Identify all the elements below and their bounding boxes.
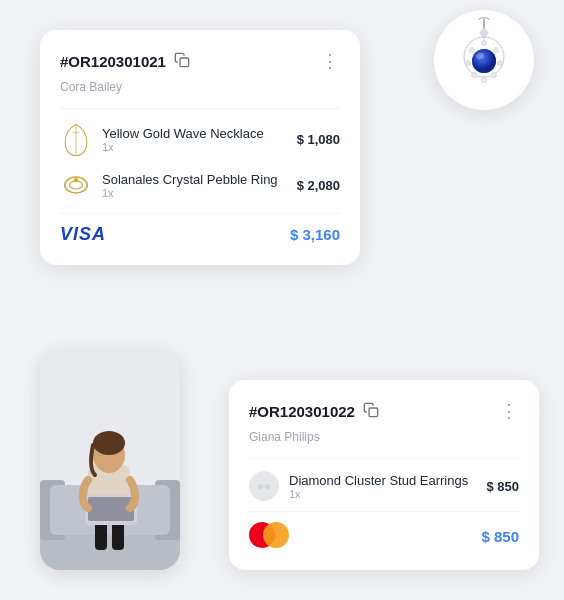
- item-qty-2: 1x: [102, 187, 287, 199]
- divider-2: [249, 458, 519, 459]
- item-name-1: Yellow Gold Wave Necklace: [102, 126, 287, 141]
- item-info-2: Solanales Crystal Pebble Ring 1x: [102, 172, 287, 199]
- visa-logo: VISA: [60, 224, 106, 245]
- card2-footer: $ 850: [249, 511, 519, 550]
- item-price-1: $ 1,080: [297, 132, 340, 147]
- scene: #OR120301021 ⋮ Cora Bailey: [0, 0, 564, 600]
- copy-icon[interactable]: [174, 52, 190, 71]
- svg-point-16: [472, 49, 496, 73]
- item-name-earring: Diamond Cluster Stud Earrings: [289, 473, 476, 488]
- customer-name-2: Giana Philips: [249, 430, 519, 444]
- svg-rect-0: [180, 58, 189, 67]
- svg-point-13: [466, 61, 471, 66]
- order-card-2: #OR120301022 ⋮ Giana Philips: [229, 380, 539, 570]
- item-img-ring: [60, 167, 92, 203]
- card1-footer: VISA $ 3,160: [60, 213, 340, 245]
- item-img-necklace: [60, 121, 92, 157]
- more-options-icon-2[interactable]: ⋮: [500, 400, 519, 422]
- pendant-image: [434, 10, 534, 110]
- order-id-row-2: #OR120301022: [249, 402, 379, 421]
- item-img-earring: [249, 471, 279, 501]
- card2-total: $ 850: [481, 528, 519, 545]
- order-card-1: #OR120301021 ⋮ Cora Bailey: [40, 30, 360, 265]
- mc-circles: [249, 522, 295, 550]
- order-item-1: Yellow Gold Wave Necklace 1x $ 1,080: [60, 121, 340, 157]
- order-id-2: #OR120301022: [249, 403, 355, 420]
- order-item-2: Solanales Crystal Pebble Ring 1x $ 2,080: [60, 167, 340, 203]
- item-price-earring: $ 850: [486, 479, 519, 494]
- dot-2: [265, 484, 270, 489]
- mastercard-logo: [249, 522, 295, 550]
- more-options-icon[interactable]: ⋮: [321, 50, 340, 72]
- mc-orange-circle: [263, 522, 289, 548]
- item-name-2: Solanales Crystal Pebble Ring: [102, 172, 287, 187]
- item-price-2: $ 2,080: [297, 178, 340, 193]
- card2-header: #OR120301022 ⋮: [249, 400, 519, 422]
- svg-point-11: [482, 78, 487, 83]
- person-scene-bg: [40, 350, 180, 570]
- divider-1: [60, 108, 340, 109]
- order-id-row: #OR120301021: [60, 52, 190, 71]
- item-qty-1: 1x: [102, 141, 287, 153]
- customer-name-1: Cora Bailey: [60, 80, 340, 94]
- dot-indicator: [258, 484, 270, 489]
- order-id-1: #OR120301021: [60, 53, 166, 70]
- svg-point-4: [74, 179, 77, 182]
- item-info-1: Yellow Gold Wave Necklace 1x: [102, 126, 287, 153]
- svg-rect-30: [369, 408, 378, 417]
- item-info-earring: Diamond Cluster Stud Earrings 1x: [289, 473, 476, 500]
- copy-icon-2[interactable]: [363, 402, 379, 421]
- svg-point-14: [470, 48, 475, 53]
- svg-point-9: [498, 61, 503, 66]
- item-qty-earring: 1x: [289, 488, 476, 500]
- svg-point-10: [492, 73, 497, 78]
- person-photo: [40, 350, 180, 570]
- order-item-earring: Diamond Cluster Stud Earrings 1x $ 850: [249, 471, 519, 501]
- svg-point-8: [494, 48, 499, 53]
- svg-point-12: [472, 73, 477, 78]
- card1-total: $ 3,160: [290, 226, 340, 243]
- svg-point-29: [93, 431, 125, 455]
- svg-point-7: [482, 41, 487, 46]
- card1-header: #OR120301021 ⋮: [60, 50, 340, 72]
- dot-1: [258, 484, 263, 489]
